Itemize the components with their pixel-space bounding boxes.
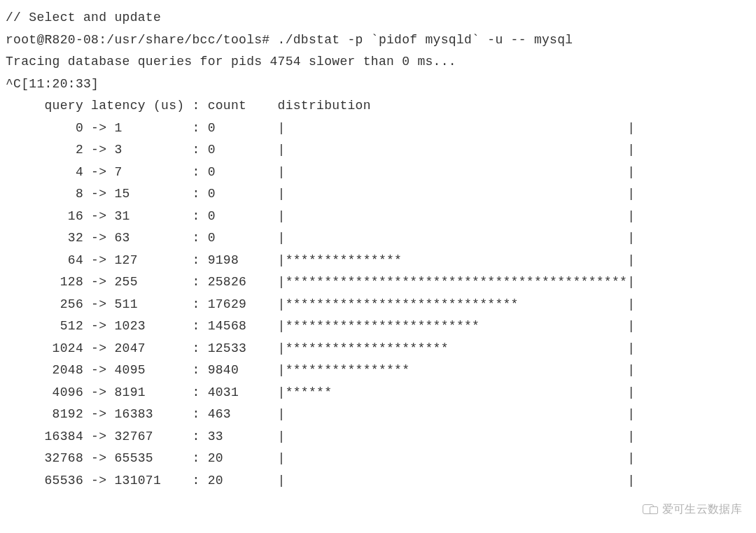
histogram-row: 32768 -> 65535 : 20 | | xyxy=(6,448,750,470)
histogram-output: 0 -> 1 : 0 | | 2 -> 3 : 0 | | 4 -> 7 : 0… xyxy=(6,118,750,492)
watermark: 爱可生云数据库 xyxy=(643,499,742,519)
histogram-row: 16 -> 31 : 0 | | xyxy=(6,206,750,228)
histogram-row: 0 -> 1 : 0 | | xyxy=(6,118,750,140)
trace-status-line: Tracing database queries for pids 4754 s… xyxy=(6,51,750,73)
histogram-row: 16384 -> 32767 : 33 | | xyxy=(6,426,750,448)
histogram-row: 8 -> 15 : 0 | | xyxy=(6,183,750,206)
histogram-row: 32 -> 63 : 0 | | xyxy=(6,227,750,250)
histogram-row: 8192 -> 16383 : 463 | | xyxy=(6,404,750,426)
shell-prompt-line: root@R820-08:/usr/share/bcc/tools# ./dbs… xyxy=(6,29,750,52)
histogram-row: 64 -> 127 : 9198 |*************** | xyxy=(6,250,750,272)
histogram-row: 2 -> 3 : 0 | | xyxy=(6,139,750,162)
histogram-row: 2048 -> 4095 : 9840 |**************** | xyxy=(6,360,750,382)
histogram-row: 256 -> 511 : 17629 |********************… xyxy=(6,294,750,316)
chat-icon xyxy=(643,503,658,516)
histogram-row: 1024 -> 2047 : 12533 |******************… xyxy=(6,338,750,360)
histogram-row: 512 -> 1023 : 14568 |*******************… xyxy=(6,315,750,338)
histogram-row: 65536 -> 131071 : 20 | | xyxy=(6,470,750,492)
interrupt-line: ^C[11:20:33] xyxy=(6,73,750,96)
column-header-line: query latency (us) : count distribution xyxy=(6,95,750,118)
watermark-text: 爱可生云数据库 xyxy=(662,499,742,519)
histogram-row: 128 -> 255 : 25826 |********************… xyxy=(6,271,750,294)
histogram-row: 4096 -> 8191 : 4031 |****** | xyxy=(6,382,750,404)
histogram-row: 4 -> 7 : 0 | | xyxy=(6,162,750,184)
comment-line: // Select and update xyxy=(6,7,750,29)
